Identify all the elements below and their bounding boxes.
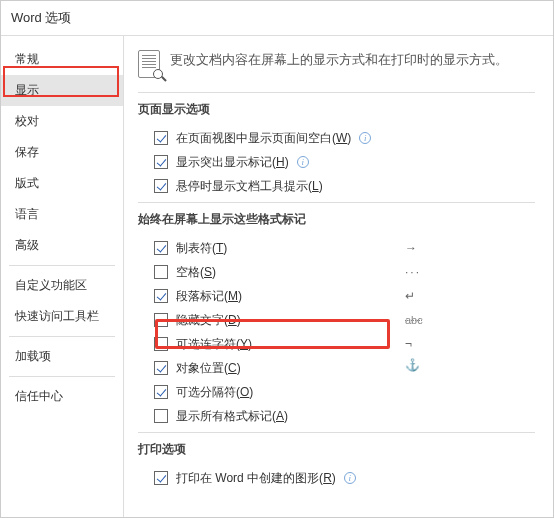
option-row: 悬停时显示文档工具提示(L) [138,174,535,198]
sidebar-item-10[interactable]: 信任中心 [1,381,123,412]
checkbox[interactable] [154,265,168,279]
checkbox[interactable] [154,131,168,145]
sidebar-item-0[interactable]: 常规 [1,44,123,75]
sidebar-item-9[interactable]: 加载项 [1,341,123,372]
format-symbol: ··· [405,265,435,279]
checkbox[interactable] [154,241,168,255]
sidebar-divider [9,336,115,337]
option-row: 可选分隔符(O) [138,380,535,404]
sidebar-item-3[interactable]: 保存 [1,137,123,168]
option-label[interactable]: 空格(S) [176,264,216,281]
option-row: 制表符(T)→ [138,236,535,260]
description-text: 更改文档内容在屏幕上的显示方式和在打印时的显示方式。 [170,50,508,70]
checkbox[interactable] [154,385,168,399]
description-row: 更改文档内容在屏幕上的显示方式和在打印时的显示方式。 [138,50,535,78]
info-icon[interactable]: i [359,132,371,144]
section-header: 页面显示选项 [138,92,535,126]
option-row: 对象位置(C) [138,356,535,380]
option-label[interactable]: 制表符(T) [176,240,227,257]
sidebar-item-8[interactable]: 快速访问工具栏 [1,301,123,332]
option-label[interactable]: 显示突出显示标记(H) [176,154,289,171]
option-label[interactable]: 可选分隔符(O) [176,384,253,401]
option-row: 段落标记(M)↵ [138,284,535,308]
format-symbol: → [405,241,435,255]
sidebar-item-4[interactable]: 版式 [1,168,123,199]
dialog-title: Word 选项 [1,1,553,36]
checkbox[interactable] [154,361,168,375]
sidebar-divider [9,265,115,266]
option-row: 空格(S)··· [138,260,535,284]
sidebar-item-6[interactable]: 高级 [1,230,123,261]
format-symbol: ¬ [405,337,435,351]
main-panel: 更改文档内容在屏幕上的显示方式和在打印时的显示方式。 页面显示选项在页面视图中显… [124,36,553,517]
sidebar-item-5[interactable]: 语言 [1,199,123,230]
option-label[interactable]: 在页面视图中显示页面间空白(W) [176,130,351,147]
checkbox[interactable] [154,313,168,327]
checkbox[interactable] [154,289,168,303]
sidebar-item-7[interactable]: 自定义功能区 [1,270,123,301]
option-row: 在页面视图中显示页面间空白(W)i [138,126,535,150]
dialog-body: 常规显示校对保存版式语言高级自定义功能区快速访问工具栏加载项信任中心 更改文档内… [1,36,553,517]
format-symbol [405,360,435,377]
section-header: 始终在屏幕上显示这些格式标记 [138,202,535,236]
checkbox[interactable] [154,337,168,351]
document-preview-icon [138,50,160,78]
option-label[interactable]: 显示所有格式标记(A) [176,408,288,425]
option-row: 隐藏文字(D)abc [138,308,535,332]
checkbox[interactable] [154,179,168,193]
option-row: 可选连字符(Y)¬ [138,332,535,356]
section-header: 打印选项 [138,432,535,466]
option-label[interactable]: 可选连字符(Y) [176,336,252,353]
format-symbol: ↵ [405,289,435,303]
option-row: 显示突出显示标记(H)i [138,150,535,174]
sidebar-item-2[interactable]: 校对 [1,106,123,137]
word-options-dialog: Word 选项 常规显示校对保存版式语言高级自定义功能区快速访问工具栏加载项信任… [0,0,554,518]
sidebar-divider [9,376,115,377]
option-label[interactable]: 隐藏文字(D) [176,312,241,329]
format-symbol: abc [405,313,435,327]
option-row: 打印在 Word 中创建的图形(R)i [138,466,535,490]
option-label[interactable]: 悬停时显示文档工具提示(L) [176,178,323,195]
option-label[interactable]: 对象位置(C) [176,360,241,377]
option-row: 显示所有格式标记(A) [138,404,535,428]
option-label[interactable]: 段落标记(M) [176,288,242,305]
checkbox[interactable] [154,155,168,169]
info-icon[interactable]: i [297,156,309,168]
checkbox[interactable] [154,409,168,423]
sidebar-item-1[interactable]: 显示 [1,75,123,106]
checkbox[interactable] [154,471,168,485]
sidebar: 常规显示校对保存版式语言高级自定义功能区快速访问工具栏加载项信任中心 [1,36,124,517]
option-label[interactable]: 打印在 Word 中创建的图形(R) [176,470,336,487]
info-icon[interactable]: i [344,472,356,484]
